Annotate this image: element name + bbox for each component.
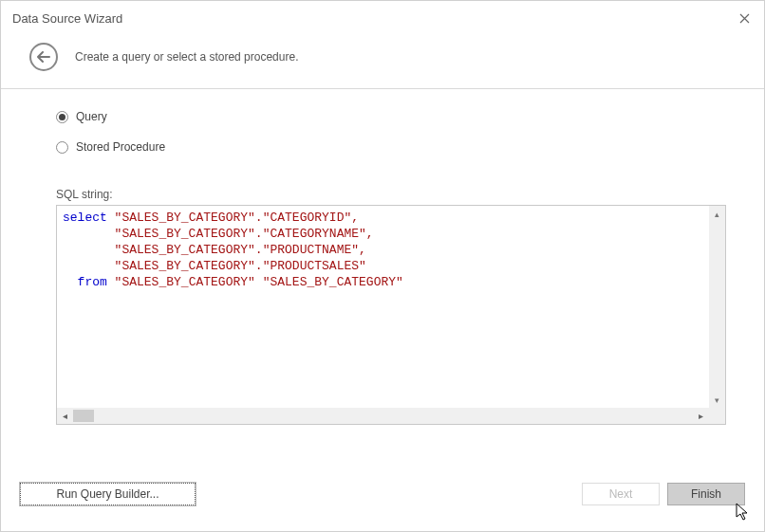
scroll-right-icon[interactable]: ▸ [693, 408, 709, 424]
sql-text-area[interactable]: select "SALES_BY_CATEGORY"."CATEGORYID",… [57, 206, 709, 408]
radio-icon [56, 111, 68, 123]
scrollbar-thumb[interactable] [73, 410, 94, 422]
sql-line3: "SALES_BY_CATEGORY"."PRODUCTNAME", [63, 243, 366, 257]
scroll-left-icon[interactable]: ◂ [57, 408, 73, 424]
sql-keyword-from: from [63, 275, 107, 289]
data-source-wizard-dialog: Data Source Wizard Create a query or sel… [0, 0, 765, 532]
run-query-builder-button[interactable]: Run Query Builder... [20, 483, 196, 505]
finish-button[interactable]: Finish [667, 483, 745, 505]
next-button: Next [582, 483, 660, 505]
window-title: Data Source Wizard [12, 11, 122, 26]
sql-keyword-select: select [63, 211, 107, 225]
titlebar: Data Source Wizard [1, 1, 764, 33]
scrollbar-corner [709, 408, 725, 424]
scroll-up-icon[interactable]: ▴ [709, 206, 725, 222]
radio-query[interactable]: Query [56, 110, 726, 123]
wizard-instruction: Create a query or select a stored proced… [75, 50, 298, 64]
sql-line1: "SALES_BY_CATEGORY"."CATEGORYID", [107, 211, 359, 225]
horizontal-scrollbar[interactable]: ◂ ▸ [57, 408, 725, 424]
radio-stored-procedure[interactable]: Stored Procedure [56, 140, 726, 154]
wizard-content: Query Stored Procedure SQL string: selec… [1, 89, 764, 474]
radio-icon [56, 141, 68, 154]
arrow-left-icon [37, 51, 50, 63]
sql-line2: "SALES_BY_CATEGORY"."CATEGORYNAME", [63, 227, 374, 241]
radio-query-label: Query [76, 110, 107, 123]
scroll-down-icon[interactable]: ▾ [709, 392, 725, 408]
wizard-footer: Run Query Builder... Next Finish [1, 474, 764, 531]
vertical-scrollbar[interactable]: ▴ ▾ [709, 206, 725, 408]
scrollbar-track[interactable] [73, 408, 693, 424]
wizard-header: Create a query or select a stored proced… [1, 33, 764, 88]
close-button[interactable] [736, 9, 753, 27]
radio-stored-procedure-label: Stored Procedure [76, 140, 165, 154]
sql-line5: "SALES_BY_CATEGORY" "SALES_BY_CATEGORY" [107, 275, 403, 289]
sql-editor[interactable]: select "SALES_BY_CATEGORY"."CATEGORYID",… [56, 205, 726, 425]
sql-line4: "SALES_BY_CATEGORY"."PRODUCTSALES" [63, 259, 366, 273]
close-icon [739, 13, 750, 24]
sql-string-label: SQL string: [56, 188, 726, 201]
back-button[interactable] [29, 43, 58, 71]
